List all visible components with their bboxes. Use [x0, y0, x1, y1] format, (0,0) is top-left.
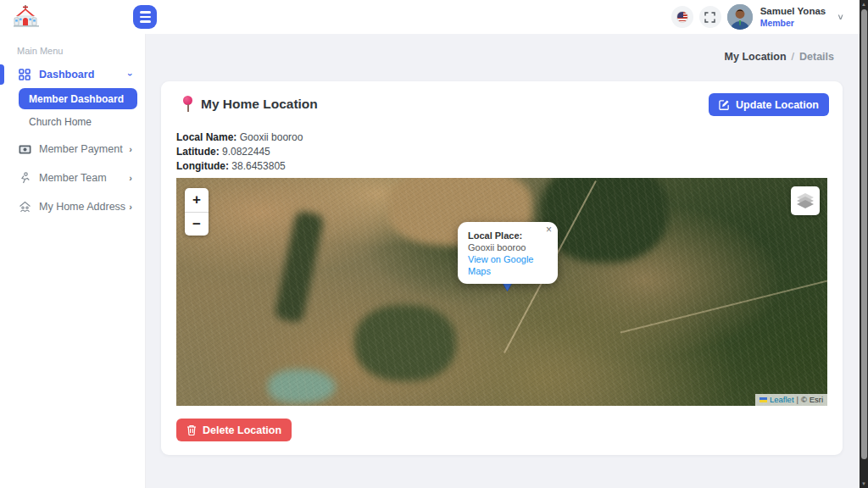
- sidebar-item-dashboard[interactable]: Dashboard ›: [0, 64, 146, 85]
- map-attribution: Leaflet | © Esri: [755, 394, 827, 406]
- user-role: Member: [760, 18, 826, 28]
- sidebar-item-member-team[interactable]: Member Team ›: [0, 168, 146, 188]
- user-menu-chevron-icon[interactable]: ∨: [837, 12, 844, 21]
- sidebar-item-member-dashboard[interactable]: Member Dashboard: [19, 88, 137, 109]
- leaflet-link[interactable]: Leaflet: [770, 395, 794, 404]
- chevron-right-icon: ›: [129, 202, 132, 212]
- chevron-right-icon: ›: [129, 144, 132, 154]
- leaflet-map[interactable]: + − × Local Place: Gooxii booroo View on: [176, 178, 827, 406]
- detail-latitude: Latitude: 9.0822445: [176, 145, 303, 159]
- edit-icon: [719, 99, 730, 110]
- language-flag-button[interactable]: [671, 6, 693, 28]
- sidebar-item-member-payment[interactable]: Member Payment ›: [0, 139, 146, 159]
- location-details: Local Name: Gooxii booroo Latitude: 9.08…: [176, 130, 303, 174]
- delete-location-button[interactable]: Delete Location: [176, 419, 292, 441]
- map-zoom-control: + −: [185, 188, 209, 236]
- update-location-button[interactable]: Update Location: [709, 93, 829, 116]
- church-logo-icon: [12, 4, 41, 30]
- scroll-down-icon[interactable]: ▼: [860, 480, 868, 488]
- top-header-bar: Samuel Yonas Member ∨: [0, 0, 868, 34]
- page-scrollbar[interactable]: ▲ ▼: [860, 0, 868, 488]
- user-name: Samuel Yonas: [760, 6, 826, 17]
- topbar-actions: Samuel Yonas Member ∨: [671, 0, 844, 34]
- detail-local-name: Local Name: Gooxii booroo: [176, 130, 303, 145]
- sidebar-item-my-home-address[interactable]: My Home Address ›: [0, 197, 146, 217]
- breadcrumb-current: Details: [799, 51, 834, 63]
- main-content: My Location / Details My Home Location U…: [146, 34, 860, 488]
- fullscreen-icon: [704, 12, 715, 23]
- zoom-out-button[interactable]: −: [185, 213, 209, 236]
- popup-place-name: Gooxii booroo: [468, 241, 548, 253]
- app-root: Samuel Yonas Member ∨ Main Menu Dashboar…: [0, 0, 868, 488]
- breadcrumb-separator: /: [792, 51, 794, 63]
- sidebar-item-church-home[interactable]: Church Home: [29, 115, 92, 129]
- card-title: My Home Location: [183, 95, 318, 114]
- trash-icon: [186, 424, 197, 435]
- map-layers-button[interactable]: [791, 186, 820, 215]
- home-location-card: My Home Location Update Location Local N…: [161, 81, 843, 455]
- scroll-up-icon[interactable]: ▲: [860, 0, 868, 8]
- zoom-in-button[interactable]: +: [185, 188, 209, 212]
- chevron-down-icon: ›: [125, 73, 136, 76]
- payment-banknote-icon: [18, 142, 31, 156]
- ukraine-flag-icon: [760, 397, 767, 402]
- breadcrumb-parent[interactable]: My Location: [725, 51, 787, 63]
- pushpin-icon: [183, 95, 193, 114]
- us-flag-icon: [676, 11, 688, 23]
- breadcrumb: My Location / Details: [725, 51, 834, 63]
- popup-close-icon[interactable]: ×: [546, 225, 552, 235]
- sidebar: Main Menu Dashboard › Member Dashboard C…: [0, 34, 146, 488]
- chevron-right-icon: ›: [129, 173, 132, 183]
- detail-longitude: Longitude: 38.6453805: [176, 159, 303, 174]
- user-info[interactable]: Samuel Yonas Member: [760, 6, 826, 27]
- esri-credit: © Esri: [801, 395, 823, 404]
- user-avatar[interactable]: [727, 4, 753, 30]
- scrollbar-thumb[interactable]: [861, 9, 867, 459]
- sidebar-toggle-button[interactable]: [133, 5, 157, 29]
- dashboard-grid-icon: [18, 68, 31, 81]
- sidebar-section-label: Main Menu: [17, 46, 63, 56]
- popup-title: Local Place:: [468, 230, 548, 241]
- home-address-icon: [18, 200, 31, 214]
- team-person-icon: [18, 171, 31, 185]
- page-title: My Home Location: [201, 97, 318, 112]
- popup-tail: [499, 271, 516, 280]
- layers-icon: [797, 193, 814, 208]
- fullscreen-button[interactable]: [699, 6, 721, 28]
